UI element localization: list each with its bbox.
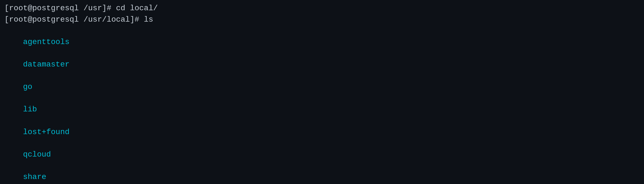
ls-item-go: go xyxy=(23,83,32,91)
ls-item-agenttools: agenttools xyxy=(23,38,69,46)
ls-item-datamaster: datamaster xyxy=(23,60,69,69)
ls-item-lost-found: lost+found xyxy=(23,128,69,136)
ls-item-qcloud: qcloud xyxy=(23,150,51,159)
cmd-line-1: [root@postgresql /usr]# cd local/ xyxy=(4,3,640,14)
cmd-line-2: [root@postgresql /usr/local]# ls xyxy=(4,14,640,25)
ls-output-line-3: agenttools datamaster go lib lost+found … xyxy=(4,25,640,184)
terminal: [root@postgresql /usr]# cd local/ [root@… xyxy=(4,3,640,184)
ls-item-lib: lib xyxy=(23,105,37,114)
ls-item-share: share xyxy=(23,173,46,181)
